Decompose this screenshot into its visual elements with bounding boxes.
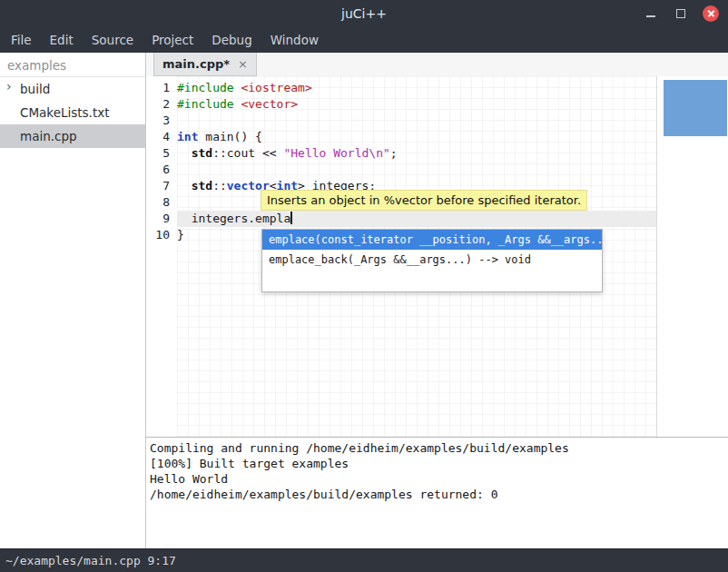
code-editor[interactable]: 12345678910 #include <iostream>#include … bbox=[146, 76, 728, 437]
file-label: CMakeLists.txt bbox=[20, 105, 110, 120]
project-name: examples bbox=[0, 53, 145, 77]
file-label: main.cpp bbox=[20, 129, 77, 143]
line-number: 2 bbox=[146, 96, 177, 113]
menu-item-edit[interactable]: Edit bbox=[41, 28, 83, 52]
menu-item-source[interactable]: Source bbox=[83, 28, 143, 52]
completion-item[interactable]: emplace(const_iterator __position, _Args… bbox=[262, 230, 602, 250]
line-number: 6 bbox=[146, 162, 177, 178]
line-number: 1 bbox=[146, 80, 177, 96]
completion-item[interactable]: emplace_back(_Args &&__args...) --> void bbox=[262, 250, 602, 270]
maximize-button[interactable] bbox=[673, 5, 689, 22]
status-text: ~/examples/main.cpp 9:17 bbox=[5, 554, 176, 567]
code-line-2[interactable]: #include <vector> bbox=[177, 96, 656, 113]
line-number: 7 bbox=[146, 178, 177, 194]
file-label: build bbox=[20, 82, 50, 96]
line-number: 3 bbox=[146, 113, 177, 129]
tab-close-icon[interactable]: × bbox=[238, 57, 248, 71]
terminal-line: /home/eidheim/examples/build/examples re… bbox=[150, 487, 724, 502]
main-area: examples ›buildCMakeLists.txtmain.cpp ma… bbox=[0, 53, 728, 548]
source-map-slider[interactable] bbox=[664, 80, 727, 136]
tab-bar: main.cpp* × bbox=[146, 53, 728, 77]
completion-popup: emplace(const_iterator __position, _Args… bbox=[261, 229, 603, 292]
sidebar-item-main-cpp[interactable]: main.cpp bbox=[0, 124, 145, 148]
minimize-button[interactable] bbox=[643, 5, 659, 22]
code-line-5[interactable]: std::cout << "Hello World\n"; bbox=[177, 145, 656, 162]
app-window: juCi++ FileEditSourceProjectDebugWindow … bbox=[0, 0, 728, 572]
doc-tooltip: Inserts an object in %vector before spec… bbox=[261, 190, 587, 211]
sidebar-item-cmakelists-txt[interactable]: CMakeLists.txt bbox=[0, 101, 145, 124]
window-controls bbox=[643, 0, 719, 27]
close-button[interactable] bbox=[703, 5, 719, 22]
line-number: 4 bbox=[146, 129, 177, 145]
code-line-9[interactable]: integers.empla bbox=[177, 211, 656, 227]
code-line-3[interactable] bbox=[177, 113, 656, 129]
code-line-4[interactable]: int main() { bbox=[177, 129, 656, 145]
terminal-line: Hello World bbox=[150, 471, 724, 487]
title-bar[interactable]: juCi++ bbox=[0, 0, 728, 27]
menu-item-project[interactable]: Project bbox=[143, 28, 202, 52]
status-bar: ~/examples/main.cpp 9:17 bbox=[0, 548, 728, 572]
file-tree: ›buildCMakeLists.txtmain.cpp bbox=[0, 77, 145, 148]
line-number-gutter: 12345678910 bbox=[146, 76, 177, 243]
line-number: 5 bbox=[146, 145, 177, 162]
tab-main-cpp[interactable]: main.cpp* × bbox=[153, 53, 257, 76]
terminal-line: Compiling and running /home/eidheim/exam… bbox=[150, 440, 724, 456]
menu-item-file[interactable]: File bbox=[2, 28, 41, 52]
line-number: 8 bbox=[146, 194, 177, 211]
line-number: 9 bbox=[146, 211, 177, 227]
file-tree-panel: examples ›buildCMakeLists.txtmain.cpp bbox=[0, 53, 146, 548]
build-output-panel[interactable]: Compiling and running /home/eidheim/exam… bbox=[146, 437, 728, 554]
maximize-icon bbox=[676, 9, 685, 18]
menu-item-window[interactable]: Window bbox=[261, 28, 328, 52]
text-caret bbox=[290, 212, 292, 224]
line-number: 10 bbox=[146, 227, 177, 243]
source-map[interactable] bbox=[663, 76, 728, 437]
menu-bar: FileEditSourceProjectDebugWindow bbox=[0, 27, 728, 53]
sidebar-item-build[interactable]: ›build bbox=[0, 77, 145, 101]
minimize-icon bbox=[646, 15, 655, 17]
terminal-line: [100%] Built target examples bbox=[150, 456, 724, 471]
window-title: juCi++ bbox=[341, 6, 387, 21]
expander-chevron-icon[interactable]: › bbox=[6, 79, 12, 94]
menu-item-debug[interactable]: Debug bbox=[202, 28, 261, 52]
code-line-6[interactable] bbox=[177, 162, 656, 178]
tab-label: main.cpp* bbox=[162, 57, 230, 71]
code-line-1[interactable]: #include <iostream> bbox=[177, 80, 656, 96]
